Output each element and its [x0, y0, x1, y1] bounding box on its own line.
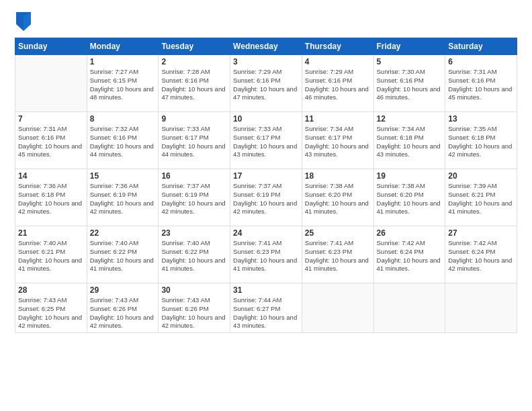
day-info: Sunrise: 7:40 AMSunset: 6:22 PMDaylight:…: [161, 239, 227, 273]
day-info: Sunrise: 7:34 AMSunset: 6:17 PMDaylight:…: [305, 125, 371, 159]
day-info: Sunrise: 7:36 AMSunset: 6:19 PMDaylight:…: [90, 182, 156, 216]
day-info: Sunrise: 7:41 AMSunset: 6:23 PMDaylight:…: [233, 239, 299, 273]
day-info: Sunrise: 7:29 AMSunset: 6:16 PMDaylight:…: [233, 68, 299, 102]
week-row-5: 28Sunrise: 7:43 AMSunset: 6:25 PMDayligh…: [15, 283, 517, 333]
day-info: Sunrise: 7:37 AMSunset: 6:19 PMDaylight:…: [161, 182, 227, 216]
day-cell: 13Sunrise: 7:35 AMSunset: 6:18 PMDayligh…: [445, 112, 517, 169]
day-info: Sunrise: 7:40 AMSunset: 6:21 PMDaylight:…: [18, 239, 84, 273]
day-cell: 29Sunrise: 7:43 AMSunset: 6:26 PMDayligh…: [87, 283, 159, 333]
day-info: Sunrise: 7:35 AMSunset: 6:18 PMDaylight:…: [448, 125, 514, 159]
day-number: 4: [305, 57, 371, 66]
day-info: Sunrise: 7:33 AMSunset: 6:17 PMDaylight:…: [161, 125, 227, 159]
day-number: 1: [90, 57, 156, 66]
day-info: Sunrise: 7:41 AMSunset: 6:23 PMDaylight:…: [305, 239, 371, 273]
day-cell: 19Sunrise: 7:38 AMSunset: 6:20 PMDayligh…: [373, 169, 445, 226]
day-number: 8: [90, 114, 156, 124]
header-cell-tuesday: Tuesday: [159, 38, 230, 55]
day-number: 21: [18, 228, 84, 238]
day-cell: 18Sunrise: 7:38 AMSunset: 6:20 PMDayligh…: [302, 169, 373, 226]
day-number: 6: [448, 57, 514, 66]
day-info: Sunrise: 7:33 AMSunset: 6:17 PMDaylight:…: [233, 125, 299, 159]
day-info: Sunrise: 7:31 AMSunset: 6:16 PMDaylight:…: [18, 125, 84, 159]
day-number: 24: [233, 228, 299, 238]
header-cell-friday: Friday: [373, 38, 445, 55]
day-number: 20: [448, 171, 514, 181]
day-cell: 26Sunrise: 7:42 AMSunset: 6:24 PMDayligh…: [373, 226, 445, 283]
day-cell: 11Sunrise: 7:34 AMSunset: 6:17 PMDayligh…: [302, 112, 373, 169]
day-number: 18: [305, 171, 371, 181]
day-cell: 30Sunrise: 7:43 AMSunset: 6:26 PMDayligh…: [159, 283, 230, 333]
day-number: 7: [18, 114, 84, 124]
logo-icon: [16, 12, 31, 31]
day-number: 28: [18, 285, 84, 295]
week-row-2: 7Sunrise: 7:31 AMSunset: 6:16 PMDaylight…: [15, 112, 517, 169]
day-number: 31: [233, 285, 299, 295]
day-cell: 4Sunrise: 7:29 AMSunset: 6:16 PMDaylight…: [302, 55, 373, 112]
day-info: Sunrise: 7:44 AMSunset: 6:27 PMDaylight:…: [233, 296, 299, 330]
header-row: SundayMondayTuesdayWednesdayThursdayFrid…: [15, 38, 517, 55]
page: SundayMondayTuesdayWednesdayThursdayFrid…: [0, 0, 532, 411]
week-row-4: 21Sunrise: 7:40 AMSunset: 6:21 PMDayligh…: [15, 226, 517, 283]
day-number: 15: [90, 171, 156, 181]
day-number: 29: [90, 285, 156, 295]
day-cell: 3Sunrise: 7:29 AMSunset: 6:16 PMDaylight…: [230, 55, 302, 112]
day-cell: 7Sunrise: 7:31 AMSunset: 6:16 PMDaylight…: [15, 112, 87, 169]
day-cell: 28Sunrise: 7:43 AMSunset: 6:25 PMDayligh…: [15, 283, 87, 333]
day-info: Sunrise: 7:32 AMSunset: 6:16 PMDaylight:…: [90, 125, 156, 159]
day-info: Sunrise: 7:43 AMSunset: 6:26 PMDaylight:…: [161, 296, 227, 330]
header: [15, 12, 517, 31]
day-number: 30: [161, 285, 227, 295]
header-cell-sunday: Sunday: [15, 38, 87, 55]
day-number: 10: [233, 114, 299, 124]
day-cell: 25Sunrise: 7:41 AMSunset: 6:23 PMDayligh…: [302, 226, 373, 283]
day-number: 12: [377, 114, 443, 124]
day-info: Sunrise: 7:29 AMSunset: 6:16 PMDaylight:…: [305, 68, 371, 102]
day-info: Sunrise: 7:39 AMSunset: 6:21 PMDaylight:…: [448, 182, 514, 216]
day-cell: 24Sunrise: 7:41 AMSunset: 6:23 PMDayligh…: [230, 226, 302, 283]
day-info: Sunrise: 7:42 AMSunset: 6:24 PMDaylight:…: [448, 239, 514, 273]
day-cell: 12Sunrise: 7:34 AMSunset: 6:18 PMDayligh…: [373, 112, 445, 169]
day-number: 2: [161, 57, 227, 66]
day-cell: 31Sunrise: 7:44 AMSunset: 6:27 PMDayligh…: [230, 283, 302, 333]
day-cell: [15, 55, 87, 112]
day-cell: 16Sunrise: 7:37 AMSunset: 6:19 PMDayligh…: [159, 169, 230, 226]
header-cell-wednesday: Wednesday: [230, 38, 302, 55]
day-info: Sunrise: 7:43 AMSunset: 6:26 PMDaylight:…: [90, 296, 156, 330]
day-info: Sunrise: 7:43 AMSunset: 6:25 PMDaylight:…: [18, 296, 84, 330]
day-info: Sunrise: 7:30 AMSunset: 6:16 PMDaylight:…: [377, 68, 443, 102]
day-cell: 17Sunrise: 7:37 AMSunset: 6:19 PMDayligh…: [230, 169, 302, 226]
day-cell: 6Sunrise: 7:31 AMSunset: 6:16 PMDaylight…: [445, 55, 517, 112]
day-cell: 22Sunrise: 7:40 AMSunset: 6:22 PMDayligh…: [87, 226, 159, 283]
day-info: Sunrise: 7:36 AMSunset: 6:18 PMDaylight:…: [18, 182, 84, 216]
day-cell: 15Sunrise: 7:36 AMSunset: 6:19 PMDayligh…: [87, 169, 159, 226]
week-row-1: 1Sunrise: 7:27 AMSunset: 6:15 PMDaylight…: [15, 55, 517, 112]
day-info: Sunrise: 7:42 AMSunset: 6:24 PMDaylight:…: [377, 239, 443, 273]
day-number: 16: [161, 171, 227, 181]
day-info: Sunrise: 7:31 AMSunset: 6:16 PMDaylight:…: [448, 68, 514, 102]
header-cell-thursday: Thursday: [302, 38, 373, 55]
day-cell: 14Sunrise: 7:36 AMSunset: 6:18 PMDayligh…: [15, 169, 87, 226]
day-info: Sunrise: 7:37 AMSunset: 6:19 PMDaylight:…: [233, 182, 299, 216]
day-number: 13: [448, 114, 514, 124]
day-number: 27: [448, 228, 514, 238]
header-cell-monday: Monday: [87, 38, 159, 55]
day-number: 9: [161, 114, 227, 124]
day-cell: 8Sunrise: 7:32 AMSunset: 6:16 PMDaylight…: [87, 112, 159, 169]
day-cell: 21Sunrise: 7:40 AMSunset: 6:21 PMDayligh…: [15, 226, 87, 283]
day-info: Sunrise: 7:38 AMSunset: 6:20 PMDaylight:…: [305, 182, 371, 216]
day-number: 11: [305, 114, 371, 124]
day-info: Sunrise: 7:34 AMSunset: 6:18 PMDaylight:…: [377, 125, 443, 159]
day-cell: [373, 283, 445, 333]
day-number: 5: [377, 57, 443, 66]
day-cell: 1Sunrise: 7:27 AMSunset: 6:15 PMDaylight…: [87, 55, 159, 112]
day-info: Sunrise: 7:38 AMSunset: 6:20 PMDaylight:…: [377, 182, 443, 216]
day-number: 22: [90, 228, 156, 238]
day-number: 3: [233, 57, 299, 66]
day-cell: [445, 283, 517, 333]
day-number: 26: [377, 228, 443, 238]
day-info: Sunrise: 7:27 AMSunset: 6:15 PMDaylight:…: [90, 68, 156, 102]
day-number: 14: [18, 171, 84, 181]
day-cell: 9Sunrise: 7:33 AMSunset: 6:17 PMDaylight…: [159, 112, 230, 169]
logo: [15, 12, 31, 31]
day-number: 25: [305, 228, 371, 238]
